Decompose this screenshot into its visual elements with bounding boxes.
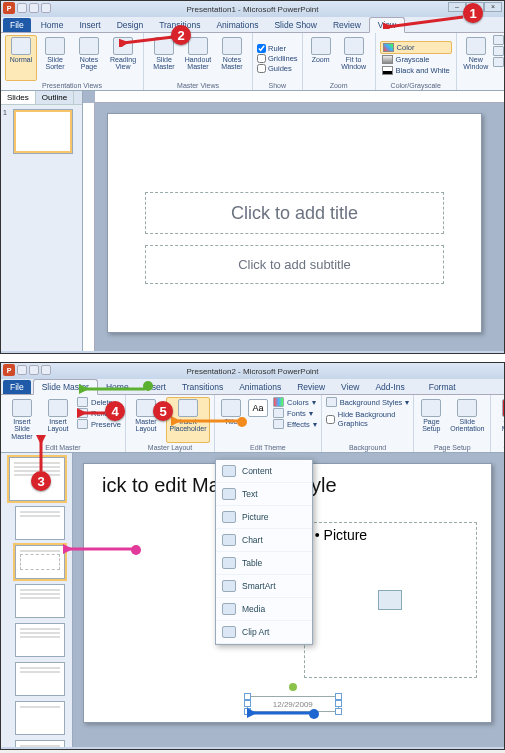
fit-to-window-button[interactable]: Fit to Window: [337, 35, 371, 81]
tab-slideshow[interactable]: Slide Show: [266, 18, 325, 32]
black-white-button[interactable]: Black and White: [380, 65, 452, 76]
tab-design[interactable]: Design: [109, 18, 151, 32]
ruler-checkbox[interactable]: Ruler: [257, 44, 298, 53]
guides-checkbox[interactable]: Guides: [257, 64, 298, 73]
layout-thumbnail-selected[interactable]: [15, 545, 65, 579]
menu-item-smartart[interactable]: SmartArt: [216, 575, 312, 598]
menu-item-content[interactable]: Content: [216, 460, 312, 483]
redo-icon[interactable]: [41, 365, 51, 375]
subtitle-placeholder[interactable]: Click to add subtitle: [145, 245, 443, 284]
background-styles-button[interactable]: Background Styles ▾: [326, 397, 410, 407]
save-icon[interactable]: [17, 3, 27, 13]
quick-access-toolbar: P: [3, 2, 51, 14]
quick-access-toolbar: P: [3, 364, 51, 376]
redo-icon[interactable]: [41, 3, 51, 13]
window-title: Presentation1 - Microsoft PowerPoint: [186, 5, 318, 14]
media-icon: [222, 603, 236, 615]
slides-tab[interactable]: Slides: [1, 91, 36, 104]
menu-item-chart[interactable]: Chart: [216, 529, 312, 552]
undo-icon[interactable]: [29, 365, 39, 375]
group-label: Color/Grayscale: [380, 81, 452, 89]
fonts-button[interactable]: Fonts ▾: [273, 408, 317, 418]
tab-view[interactable]: View: [333, 380, 367, 394]
slides-pane[interactable]: Slides Outline 1: [1, 91, 83, 351]
layout-thumbnail[interactable]: [15, 506, 65, 540]
slide-canvas[interactable]: Click to add title Click to add subtitle: [107, 113, 482, 333]
move-split-icon: [493, 57, 504, 67]
colors-button[interactable]: Colors ▾: [273, 397, 317, 407]
normal-view-icon: [11, 37, 31, 55]
layout-thumbnail[interactable]: [15, 740, 65, 747]
theme-gallery[interactable]: Aa: [247, 397, 269, 443]
tab-home[interactable]: Home: [33, 18, 72, 32]
menu-item-media[interactable]: Media: [216, 598, 312, 621]
group-label: Background: [326, 443, 410, 451]
slide-sorter-icon: [45, 37, 65, 55]
tab-file[interactable]: File: [3, 380, 31, 394]
slide-number: 1: [3, 109, 7, 116]
close-button[interactable]: ×: [484, 2, 502, 12]
colors-icon: [273, 397, 284, 407]
undo-icon[interactable]: [29, 3, 39, 13]
tab-transitions[interactable]: Transitions: [174, 380, 231, 394]
grayscale-button[interactable]: Grayscale: [380, 54, 452, 65]
normal-view-button[interactable]: Normal: [5, 35, 37, 81]
slide-thumbnail-1[interactable]: [13, 109, 73, 154]
clipart-icon: [222, 626, 236, 638]
slide-sorter-button[interactable]: Slide Sorter: [39, 35, 71, 81]
menu-item-clipart[interactable]: Clip Art: [216, 621, 312, 644]
cascade-button[interactable]: Cascade: [493, 46, 505, 56]
hide-bg-checkbox[interactable]: Hide Background Graphics: [326, 410, 410, 428]
picture-icon[interactable]: [378, 590, 402, 610]
menu-item-text[interactable]: Text: [216, 483, 312, 506]
green-dot: [143, 381, 153, 391]
group-label: Master Views: [148, 81, 248, 89]
app-icon[interactable]: P: [3, 364, 15, 376]
slide-stage: Click to add title Click to add subtitle: [83, 91, 504, 351]
layout-thumbnail[interactable]: [15, 701, 65, 735]
group-zoom: Zoom Fit to Window Zoom: [303, 33, 376, 90]
notes-master-button[interactable]: Notes Master: [216, 35, 248, 81]
arrange-all-button[interactable]: Arrange All: [493, 35, 505, 45]
tab-animations[interactable]: Animations: [208, 18, 266, 32]
tab-animations[interactable]: Animations: [231, 380, 289, 394]
notes-master-icon: [222, 37, 242, 55]
new-window-button[interactable]: New Window: [461, 35, 491, 81]
tab-file[interactable]: File: [3, 18, 31, 32]
slide-orientation-button[interactable]: Slide Orientation: [448, 397, 486, 443]
layout-thumbnail[interactable]: [15, 623, 65, 657]
page-setup-button[interactable]: Page Setup: [418, 397, 444, 443]
tab-insert[interactable]: Insert: [71, 18, 108, 32]
color-button[interactable]: Color: [380, 41, 452, 54]
master-thumbnails-pane[interactable]: [1, 453, 73, 747]
picture-placeholder[interactable]: • Picture: [304, 522, 477, 678]
zoom-icon: [311, 37, 331, 55]
tab-format[interactable]: Format: [421, 380, 464, 394]
cascade-icon: [493, 46, 504, 56]
app-icon[interactable]: P: [3, 2, 15, 14]
layout-thumbnail[interactable]: [15, 662, 65, 696]
insert-layout-icon: [48, 399, 68, 417]
save-icon[interactable]: [17, 365, 27, 375]
rotate-handle[interactable]: [289, 683, 297, 691]
gridlines-checkbox[interactable]: Gridlines: [257, 54, 298, 63]
group-window: New Window Arrange All Cascade Move Spli…: [457, 33, 505, 90]
tab-review[interactable]: Review: [289, 380, 333, 394]
outline-tab[interactable]: Outline: [36, 91, 74, 104]
menu-item-table[interactable]: Table: [216, 552, 312, 575]
effects-button[interactable]: Effects ▾: [273, 419, 317, 429]
notes-page-button[interactable]: Notes Page: [73, 35, 105, 81]
title-placeholder[interactable]: Click to add title: [145, 192, 443, 233]
layout-thumbnail[interactable]: [15, 584, 65, 618]
zoom-button[interactable]: Zoom: [307, 35, 335, 81]
tab-review[interactable]: Review: [325, 18, 369, 32]
tab-addins[interactable]: Add-Ins: [367, 380, 412, 394]
insert-slide-master-icon: [12, 399, 32, 417]
bg-styles-icon: [326, 397, 337, 407]
group-label: Window: [461, 81, 505, 89]
close-master-button[interactable]: Close Master View: [495, 397, 505, 443]
move-split-button[interactable]: Move Split: [493, 57, 505, 67]
menu-item-picture[interactable]: Picture: [216, 506, 312, 529]
powerpoint-window-2: Drawing Tools P Presentation2 - Microsof…: [0, 362, 505, 750]
insert-layout-button[interactable]: Insert Layout: [43, 397, 73, 443]
